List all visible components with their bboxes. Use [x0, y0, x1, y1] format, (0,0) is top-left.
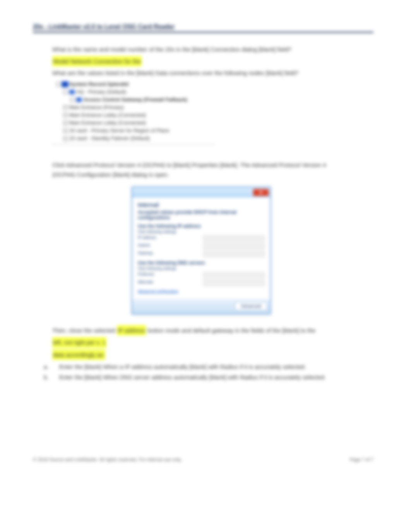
dialog-footer: Advanced	[132, 299, 270, 314]
question-3: Then, close the selected IP address butt…	[52, 325, 350, 336]
expand-icon[interactable]: +	[63, 105, 68, 110]
label-pref: Preferred	[138, 272, 199, 278]
question-2: What are the values listed in the [blank…	[52, 68, 350, 78]
q3-text-2: button mode and default gateway in the f…	[147, 327, 315, 334]
tree-node-label: Main Entrance Lobby (Connected)	[69, 111, 146, 119]
tree-node-label: Access Control Gateway (Firewall Fallbac…	[83, 96, 187, 104]
tree-node[interactable]: -Access Control Gateway (Firewall Fallba…	[52, 96, 215, 104]
folder-icon	[76, 97, 82, 102]
dialog-heading: Internal	[138, 201, 265, 208]
page-footer: © 2018 Source and LinkMaster. All rights…	[33, 457, 373, 462]
input-subnet[interactable]	[203, 243, 265, 249]
tree-node[interactable]: +Main Entrance (Primary)	[52, 104, 215, 111]
footer-page-number: Page 7 of 7	[350, 457, 373, 462]
label-gateway: Gateway	[138, 251, 199, 257]
tree-node[interactable]: -System Record Splendid	[52, 80, 215, 88]
close-icon[interactable]: ✕	[253, 189, 269, 196]
input-gateway[interactable]	[203, 251, 265, 257]
expand-icon[interactable]: +	[63, 121, 68, 125]
header-title: 20x - LinkMaster v2.0 to Lenel OSG Card …	[33, 23, 175, 30]
dialog-subheading: Accepted values provide DHCP from Intern…	[138, 210, 265, 220]
dialog-group1-sub: Only following settings	[138, 230, 265, 234]
dialog-group2-title: Use the following DNS servers	[138, 260, 265, 266]
dialog-window: ✕ Internal Accepted values provide DHCP …	[132, 187, 271, 314]
input-alt[interactable]	[203, 280, 265, 286]
list-item: a.Enter the [blank] When a IP address au…	[52, 361, 350, 372]
page: 20x - LinkMaster v2.0 to Lenel OSG Card …	[33, 23, 373, 382]
header-rule: 20x - LinkMaster v2.0 to Lenel OSG Card …	[33, 23, 373, 33]
dialog-grid-1: IP address Subnet Gateway	[138, 235, 265, 257]
dialog-body: Internal Accepted values provide DHCP fr…	[132, 198, 270, 299]
dialog-group2-sub: Only following settings	[138, 266, 265, 271]
highlight-left: left, not right per v. 1	[52, 337, 106, 348]
tree-node-label: Main Entrance (Primary)	[69, 104, 124, 111]
q3-text-1: Then, close the selected	[52, 327, 115, 334]
expand-icon[interactable]: +	[63, 136, 68, 141]
expand-icon[interactable]: +	[63, 113, 68, 118]
tree-node[interactable]: -HQ - Primary (Default)	[52, 88, 215, 96]
tree-node-label: Main Entrance Lobby (Connected)	[69, 119, 146, 127]
tree-node-label: System Record Splendid	[69, 80, 128, 88]
tree-node-label: 20 vault - Primary Server for Region of …	[69, 127, 169, 135]
dialog-grid-2: Preferred Alternate	[138, 272, 265, 286]
question-3b: left, not right per v. 1	[52, 337, 350, 348]
folder-icon	[62, 82, 68, 87]
dialog-group1-title: Use the following IP address	[138, 223, 265, 229]
highlight-answer-1: Model Network Connection for the	[52, 56, 142, 67]
dialog-screenshot: ✕ Internal Accepted values provide DHCP …	[52, 187, 350, 314]
tree-node[interactable]: +Main Entrance Lobby (Connected)	[52, 119, 215, 127]
highlight-ip: IP address	[117, 325, 146, 336]
list-item: b.Enter the [blank] When DNS server addr…	[52, 372, 350, 382]
label-alt: Alternate	[138, 280, 199, 286]
expand-icon[interactable]: -	[70, 97, 75, 102]
expand-icon[interactable]: -	[56, 82, 61, 87]
tree-view: -System Record Splendid-HQ - Primary (De…	[52, 80, 215, 145]
dialog-ok-button[interactable]: Advanced	[235, 302, 267, 310]
folder-icon	[69, 90, 75, 94]
footer-copyright: © 2018 Source and LinkMaster. All rights…	[33, 457, 182, 462]
expand-icon[interactable]: +	[63, 128, 68, 133]
dialog-link[interactable]: Advanced configuration	[138, 289, 178, 293]
tree-node[interactable]: +20 vault - Primary Server for Region of…	[52, 127, 215, 135]
input-pref[interactable]	[203, 272, 265, 278]
label-ip: IP address	[138, 235, 199, 242]
content-block: What is the name and model number of the…	[33, 44, 350, 382]
dialog-titlebar: ✕	[132, 188, 270, 198]
tree-node[interactable]: +20 vault - Standby Failover (Default)	[52, 135, 215, 142]
question-3c: data accordingly as:	[52, 350, 350, 360]
tree-node-label: HQ - Primary (Default)	[76, 88, 126, 96]
expand-icon[interactable]: -	[63, 90, 68, 94]
highlight-data: data accordingly as:	[52, 350, 105, 360]
input-ip[interactable]	[203, 235, 265, 242]
question-1: What is the name and model number of the…	[52, 44, 350, 55]
paragraph-instruction: Click Advanced Protocol Version 4 (OCP#4…	[52, 160, 350, 180]
bullet-list: a.Enter the [blank] When a IP address au…	[52, 361, 350, 382]
label-subnet: Subnet	[138, 243, 199, 249]
tree-node-label: 20 vault - Standby Failover (Default)	[69, 135, 150, 142]
question-1-answer: Model Network Connection for the	[52, 56, 350, 67]
tree-node[interactable]: +Main Entrance Lobby (Connected)	[52, 111, 215, 119]
